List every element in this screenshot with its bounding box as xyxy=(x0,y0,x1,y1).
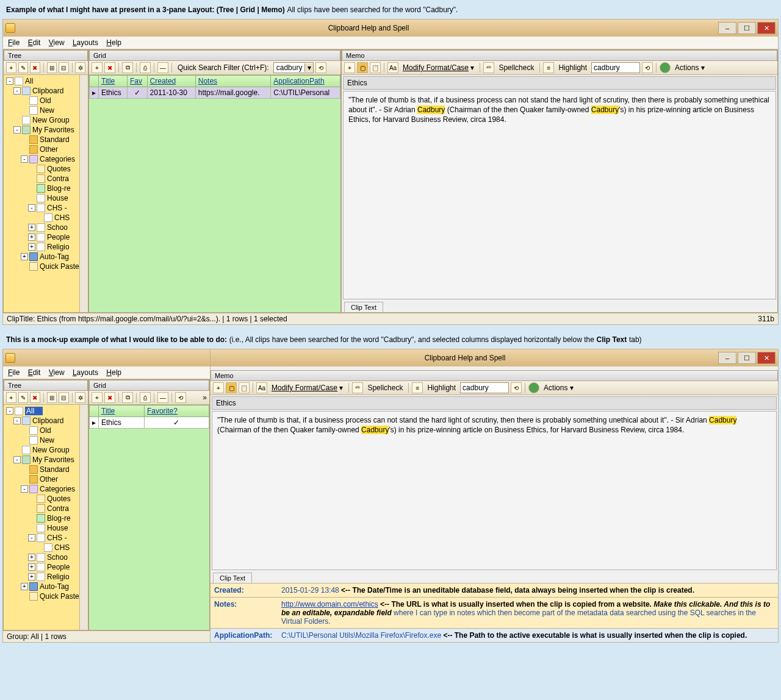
expand-toggle-icon[interactable]: - xyxy=(13,417,21,424)
grid-row[interactable]: ▸ Ethics ✓ 2011-10-30 https://mail.googl… xyxy=(90,87,340,99)
tree-node[interactable]: Standard xyxy=(6,135,88,145)
titlebar[interactable]: Clipboard Help and Spell – ☐ ✕ xyxy=(3,20,778,37)
memo-text[interactable]: "The rule of thumb is that, if a busines… xyxy=(343,91,776,299)
tree-node[interactable]: Blog-re xyxy=(6,184,88,193)
expand-toggle-icon[interactable]: - xyxy=(13,126,21,134)
tree-body-2[interactable]: -All-ClipboardOldNewNew Group-My Favorit… xyxy=(4,405,88,630)
tree-edit-icon[interactable]: ✎ xyxy=(18,62,29,73)
tree-node[interactable]: -All xyxy=(6,406,88,416)
tree-body[interactable]: -All-ClipboardOldNewNew Group-My Favorit… xyxy=(4,75,88,312)
menu-layouts[interactable]: Layouts xyxy=(73,38,98,47)
tree-node[interactable]: CHS xyxy=(6,213,88,223)
expand-toggle-icon[interactable]: - xyxy=(6,77,13,85)
close-button[interactable]: ✕ xyxy=(757,352,776,364)
tree-scrollbar[interactable] xyxy=(79,75,88,312)
expand-toggle-icon[interactable]: + xyxy=(28,554,35,561)
menu-file[interactable]: File xyxy=(8,38,20,47)
expand-toggle-icon[interactable]: + xyxy=(28,234,35,241)
tree-edit-icon[interactable]: ✎ xyxy=(18,392,29,403)
grid-delete-icon[interactable]: ✖ xyxy=(104,62,115,73)
expand-toggle-icon[interactable]: + xyxy=(28,563,35,571)
actions-icon[interactable] xyxy=(660,62,671,73)
grid-minus-icon[interactable]: — xyxy=(157,392,168,403)
menu-layouts[interactable]: Layouts xyxy=(73,368,98,377)
memo-paste-icon[interactable]: 📋 xyxy=(239,382,250,393)
tree-new-icon[interactable]: + xyxy=(6,62,16,73)
tree-node[interactable]: Other xyxy=(6,145,88,154)
memo-open-icon[interactable]: ▢ xyxy=(357,62,368,73)
tree-node[interactable]: Quick Paste xyxy=(6,591,88,601)
tree-node[interactable]: Contra xyxy=(6,174,88,184)
tree-new-icon[interactable]: + xyxy=(6,392,16,403)
minimize-button[interactable]: – xyxy=(718,352,736,364)
tree-node[interactable]: -All xyxy=(6,76,88,86)
chevron-down-icon[interactable]: ▾ xyxy=(304,63,313,72)
expand-toggle-icon[interactable]: - xyxy=(13,87,21,95)
menu-help[interactable]: Help xyxy=(106,368,121,377)
notes-url-link[interactable]: http://www.domain.com/ethics xyxy=(281,600,378,609)
format-icon[interactable]: Aa xyxy=(256,382,267,393)
actions-icon[interactable] xyxy=(528,382,539,393)
menu-view[interactable]: View xyxy=(49,38,65,47)
tree-node[interactable]: +People xyxy=(6,232,88,242)
grid-delete-icon[interactable]: ✖ xyxy=(104,392,115,403)
grid-clear-icon[interactable]: ⟲ xyxy=(315,62,326,73)
tree-node[interactable]: -My Favorites xyxy=(6,455,88,465)
expand-toggle-icon[interactable]: + xyxy=(21,253,28,260)
tree-node[interactable]: House xyxy=(6,193,88,203)
tree-node[interactable]: Quotes xyxy=(6,164,88,174)
grid-copy-icon[interactable]: ⧉ xyxy=(122,392,133,403)
tree-node[interactable]: +People xyxy=(6,562,88,572)
spell-icon[interactable]: ᵃᵇ xyxy=(352,382,363,393)
tree-node[interactable]: +Auto-Tag xyxy=(6,582,88,591)
tree-delete-icon[interactable]: ✖ xyxy=(30,62,40,73)
tree-node[interactable]: +Schoo xyxy=(6,552,88,562)
tree-node[interactable]: New Group xyxy=(6,115,88,125)
tree-node[interactable]: CHS xyxy=(6,543,88,552)
expand-toggle-icon[interactable]: - xyxy=(28,534,35,541)
expand-toggle-icon[interactable]: - xyxy=(28,204,35,212)
actions-menu[interactable]: Actions ▾ xyxy=(541,384,576,392)
tree-node[interactable]: New xyxy=(6,105,88,115)
grid-header-row[interactable]: Title Fav Created Notes ApplicationPath xyxy=(90,76,340,87)
highlight-input[interactable] xyxy=(591,62,640,73)
maximize-button[interactable]: ☐ xyxy=(738,352,756,364)
expand-toggle-icon[interactable]: - xyxy=(21,485,28,493)
expand-toggle-icon[interactable]: + xyxy=(28,573,35,580)
grid-new-icon[interactable]: + xyxy=(92,392,103,403)
tree-node[interactable]: -Categories xyxy=(6,484,88,494)
grid-body-2[interactable]: Title Favorite? ▸ Ethics ✓ xyxy=(89,405,209,630)
overflow-icon[interactable]: » xyxy=(203,393,207,402)
menu-edit[interactable]: Edit xyxy=(28,368,41,377)
expand-toggle-icon[interactable]: + xyxy=(21,583,28,590)
tree-node[interactable]: New xyxy=(6,435,88,445)
detail-notes[interactable]: Notes: http://www.domain.com/ethics <-- … xyxy=(211,597,778,628)
highlight-icon[interactable]: ≡ xyxy=(412,382,423,393)
menu-file[interactable]: File xyxy=(8,368,20,377)
highlight-icon[interactable]: ≡ xyxy=(543,62,554,73)
spell-icon[interactable]: ᵃᵇ xyxy=(483,62,494,73)
highlight-clear-icon[interactable]: ⟲ xyxy=(511,382,522,393)
tree-collapse-icon[interactable]: ⊟ xyxy=(59,62,69,73)
tree-node[interactable]: -Clipboard xyxy=(6,86,88,96)
format-icon[interactable]: Aa xyxy=(387,62,398,73)
spellcheck-label[interactable]: Spellcheck xyxy=(496,63,536,72)
memo-text-2[interactable]: "The rule of thumb is that, if a busines… xyxy=(212,411,777,570)
grid-copy-icon[interactable]: ⧉ xyxy=(122,62,133,73)
expand-toggle-icon[interactable]: - xyxy=(13,456,21,463)
tree-node[interactable]: -Clipboard xyxy=(6,416,88,426)
tree-node[interactable]: +Schoo xyxy=(6,223,88,232)
close-button[interactable]: ✕ xyxy=(757,22,776,34)
tree-node[interactable]: -CHS - xyxy=(6,203,88,213)
tree-node[interactable]: Standard xyxy=(6,465,88,474)
titlebar-3[interactable]: Clipboard Help and Spell – ☐ ✕ xyxy=(211,349,778,366)
grid-new-icon[interactable]: + xyxy=(92,62,103,73)
expand-toggle-icon[interactable]: + xyxy=(28,224,35,231)
grid-clear-icon[interactable]: ⟲ xyxy=(175,392,186,403)
grid-minus-icon[interactable]: — xyxy=(157,62,168,73)
tree-delete-icon[interactable]: ✖ xyxy=(30,392,40,403)
highlight-input[interactable] xyxy=(460,382,509,393)
grid-print-icon[interactable]: ⎙ xyxy=(140,392,151,403)
tree-node[interactable]: -My Favorites xyxy=(6,125,88,135)
tree-node[interactable]: Other xyxy=(6,474,88,484)
